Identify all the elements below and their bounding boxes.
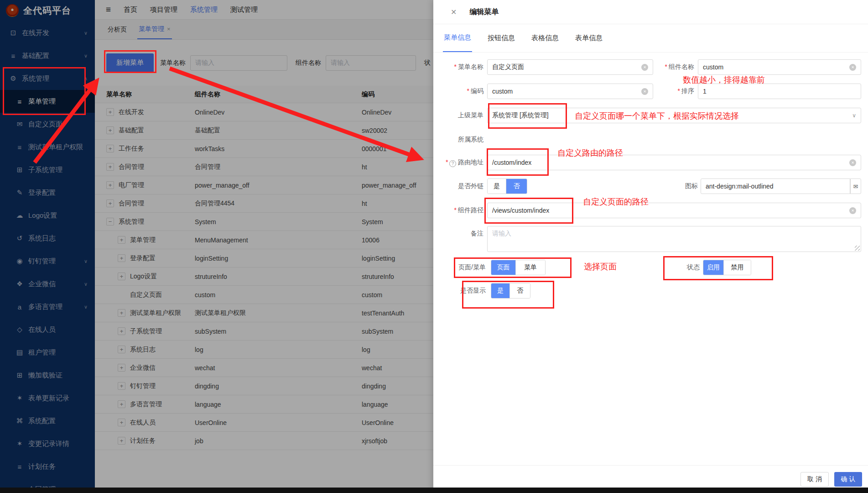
external-no-option[interactable]: 否 bbox=[506, 179, 527, 194]
parent-menu-select[interactable]: 系统管理 [系统管理] ∨ bbox=[487, 108, 861, 123]
resize-handle[interactable] bbox=[855, 246, 860, 251]
tab-button-info[interactable]: 按钮信息 bbox=[487, 24, 516, 52]
sort-input[interactable]: 1 bbox=[698, 84, 861, 99]
menu-name-input[interactable]: 自定义页面 ✕ bbox=[487, 59, 653, 75]
bottom-bar bbox=[0, 488, 868, 493]
icon-input[interactable]: ant-design:mail-outlined bbox=[701, 178, 850, 194]
page-or-menu-label: 页面/菜单 bbox=[439, 263, 486, 272]
status-label: 状态 bbox=[663, 263, 700, 272]
visible-no-option[interactable]: 否 bbox=[509, 283, 530, 298]
help-icon: ? bbox=[449, 160, 456, 167]
code-input[interactable]: custom ✕ bbox=[487, 84, 653, 99]
clear-icon[interactable]: ✕ bbox=[849, 207, 856, 214]
icon-picker-button[interactable]: ✉ bbox=[850, 178, 861, 194]
clear-icon[interactable]: ✕ bbox=[849, 159, 856, 166]
tab-table-info[interactable]: 表格信息 bbox=[530, 24, 560, 52]
component-name-input[interactable]: custom ✕ bbox=[698, 59, 861, 75]
cancel-button[interactable]: 取 消 bbox=[800, 472, 829, 487]
enable-option[interactable]: 启用 bbox=[703, 260, 723, 275]
remark-label: 备注 bbox=[437, 230, 483, 238]
menu-name-label: 菜单名称 bbox=[437, 63, 483, 71]
clear-icon[interactable]: ✕ bbox=[849, 64, 856, 71]
icon-label: 图标 bbox=[661, 182, 698, 190]
parent-menu-label: 上级菜单 bbox=[437, 111, 483, 120]
tab-form-info[interactable]: 表单信息 bbox=[574, 24, 603, 52]
disable-option[interactable]: 禁用 bbox=[723, 260, 751, 275]
edit-menu-drawer: ✕ 编辑菜单 菜单信息 按钮信息 表格信息 表单信息 菜单名称 自定义页面 ✕ … bbox=[433, 0, 868, 493]
tab-menu-info[interactable]: 菜单信息 bbox=[443, 24, 472, 52]
close-drawer-icon[interactable]: ✕ bbox=[451, 8, 457, 16]
envelope-icon: ✉ bbox=[853, 183, 858, 190]
system-label: 所属系统 bbox=[437, 136, 483, 144]
route-label: ?路由地址 bbox=[433, 158, 483, 167]
visible-label: 是否显示 bbox=[439, 287, 486, 295]
remark-textarea[interactable]: 请输入 bbox=[487, 226, 861, 252]
component-name-label: 组件名称 bbox=[647, 63, 694, 71]
sort-label: 排序 bbox=[647, 87, 694, 95]
page-option[interactable]: 页面 bbox=[491, 260, 515, 275]
drawer-title: 编辑菜单 bbox=[469, 7, 499, 17]
code-label: 编码 bbox=[437, 87, 483, 95]
external-link-label: 是否外链 bbox=[437, 182, 483, 190]
page-or-menu-toggle: 页面 菜单 bbox=[491, 260, 546, 275]
chevron-down-icon: ∨ bbox=[852, 112, 856, 119]
component-path-label: 组件路径 bbox=[437, 206, 483, 215]
route-input[interactable]: /custom/index ✕ bbox=[487, 155, 861, 170]
confirm-button[interactable]: 确 认 bbox=[834, 472, 862, 487]
external-link-toggle: 是 否 bbox=[487, 178, 527, 194]
drawer-mask[interactable] bbox=[0, 0, 433, 493]
external-yes-option[interactable]: 是 bbox=[488, 179, 506, 194]
menu-option[interactable]: 菜单 bbox=[515, 260, 545, 275]
component-path-input[interactable]: /views/custom/index ✕ bbox=[487, 203, 861, 218]
app: 全代码平台 ⊡在线开发∨≡基础配置∨⚙系统管理∧≡菜单管理✉自定义页面≡测试菜单… bbox=[0, 0, 868, 493]
drawer-tabs: 菜单信息 按钮信息 表格信息 表单信息 bbox=[433, 24, 868, 52]
visible-toggle: 是 否 bbox=[491, 283, 530, 299]
status-toggle: 启用 禁用 bbox=[703, 260, 751, 275]
visible-yes-option[interactable]: 是 bbox=[491, 283, 509, 298]
drawer-header: ✕ 编辑菜单 bbox=[433, 0, 868, 24]
